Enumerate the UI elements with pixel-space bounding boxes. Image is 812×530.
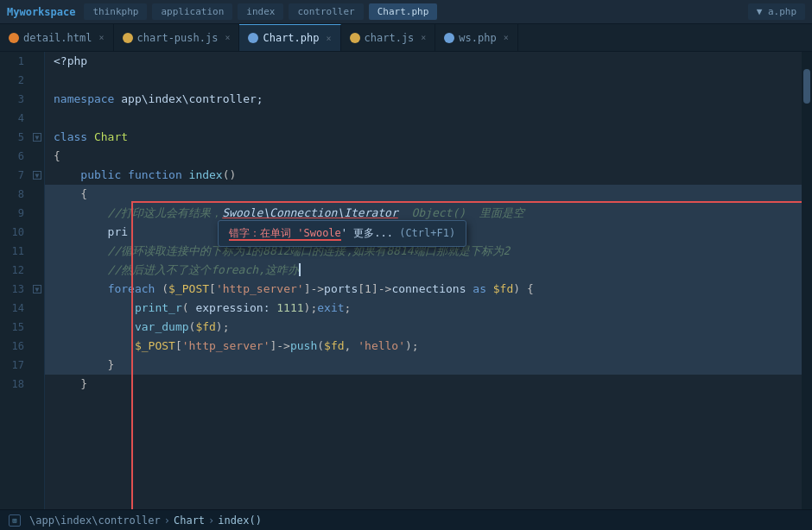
line-num-4: 4 [0,109,31,128]
kw-push: push [290,337,317,356]
kw-function: function [128,166,182,185]
nav-tab-index[interactable]: index [238,3,283,20]
editor-tabs: detail.html × chart-push.js × Chart.php … [0,24,812,52]
code-line-14: print_r ( expression: 1111 ); exit ; [45,299,802,318]
code-content[interactable]: <?php namespace app\index\controller; cl… [45,52,802,509]
var-fd-2: $fd [195,318,215,337]
status-icon: ⊞ [9,514,21,527]
number-1111: 1111 [276,299,303,318]
nav-tab-application[interactable]: application [152,3,232,20]
code-line-15: var_dump ( $fd ); [45,318,802,337]
fold-1 [31,52,43,71]
nav-tab-chart-php[interactable]: Chart.php [369,3,438,20]
kw-vardump: var_dump [135,318,189,337]
kw-print: print_r [135,299,182,318]
editor-main: 1 2 3 4 5▼ 6 7▼ 8 9 10 11 12 13▼ 14 15 1… [0,52,812,509]
line-num-16: 16 [0,337,31,356]
code-line-18: } [45,375,802,394]
kw-foreach: foreach [108,280,155,299]
code-line-13: foreach ( $_POST [ 'http_server' ]-> por… [45,280,802,299]
scrollbar[interactable] [802,52,812,509]
line-num-12: 12 [0,261,31,280]
tab-chart-js[interactable]: chart.js × [341,24,436,51]
line-num-15: 15 [0,318,31,337]
str-http-server-2: 'http_server' [182,337,270,356]
spell-tooltip[interactable]: 错字：在单词 'Swoole' 更多... (Ctrl+F1) [218,220,466,247]
line-gutter: 1 2 3 4 5▼ 6 7▼ 8 9 10 11 12 13▼ 14 15 1… [0,52,45,509]
tab-close-detail[interactable]: × [98,33,104,42]
nav-tab-controller[interactable]: controller [289,3,363,20]
str-hello: 'hello' [358,337,405,356]
code-line-7: public function index () [45,166,802,185]
workspace-title[interactable]: Myworkspace [7,6,75,18]
tab-detail-html[interactable]: detail.html × [0,24,114,51]
tab-close-chartjs[interactable]: × [421,33,426,42]
line-num-5: 5 [0,128,31,147]
code-line-1: <?php [45,52,802,71]
html-icon [9,33,19,43]
tab-close-ws[interactable]: × [504,33,509,42]
fold-13[interactable]: ▼ [31,280,43,299]
class-name: Chart [87,128,128,147]
tooltip-suffix: ' 更多... [341,227,399,239]
tab-close-chartpush[interactable]: × [225,33,230,42]
line-num-14: 14 [0,299,31,318]
title-bar: Myworkspace thinkphp application index c… [0,0,812,24]
status-bar: ⊞ \app\index\controller › Chart › index(… [0,509,812,530]
line-num-1: 1 [0,52,31,71]
js-icon-2 [350,33,360,43]
open-brace-1: { [54,147,60,166]
js-icon [123,33,133,43]
code-line-6: { [45,147,802,166]
file-badge[interactable]: ▼ a.php [748,3,805,20]
fold-7[interactable]: ▼ [31,166,43,185]
line-num-17: 17 [0,356,31,375]
var-post: $_POST [168,280,209,299]
tab-label: detail.html [23,32,92,44]
line-num-3: 3 [0,90,31,109]
line-num-13: 13 [0,280,31,299]
comment-3: //然后进入不了这个foreach,这咋办​ [54,261,301,280]
var-fd-3: $fd [324,337,344,356]
breadcrumb-path2: Chart [174,514,205,527]
tab-chart-php[interactable]: Chart.php × [239,24,340,51]
var-post-2: $_POST [135,337,175,356]
code-line-5: class Chart [45,128,802,147]
breadcrumb-sep1: › [164,514,170,527]
line-num-2: 2 [0,71,31,90]
line-num-11: 11 [0,242,31,261]
line-num-9: 9 [0,204,31,223]
code-line-3: namespace app\index\controller; [45,90,802,109]
nav-tab-thinkphp[interactable]: thinkphp [84,3,147,20]
tab-label: chart.js [365,32,415,44]
line-num-6: 6 [0,147,31,166]
php-open-tag: <?php [54,52,87,71]
code-line-2 [45,71,802,90]
tab-chart-push-js[interactable]: chart-push.js × [114,24,240,51]
tab-ws-php[interactable]: ws.php × [435,24,517,51]
line-num-7: 7 [0,166,31,185]
code-line-8: { [45,185,802,204]
line-num-10: 10 [0,223,31,242]
tab-label: chart-push.js [137,32,219,44]
kw-namespace: namespace [54,90,114,109]
code-line-12: //然后进入不了这个foreach,这咋办​ [45,261,802,280]
namespace-path: app\index\controller; [114,90,263,109]
tab-label-active: Chart.php [263,32,319,44]
tooltip-shortcut: (Ctrl+F1) [399,227,455,239]
kw-public: public [80,166,121,185]
fold-5[interactable]: ▼ [31,128,43,147]
var-fd: $fd [493,280,513,299]
scrollbar-thumb[interactable] [803,69,810,104]
tooltip-word: Swoole [303,227,340,241]
tab-label: ws.php [459,32,496,44]
breadcrumb-sep2: › [208,514,214,527]
tab-close-chart[interactable]: × [327,34,332,43]
line-num-18: 18 [0,375,31,394]
breadcrumb-path1: \app\index\controller [29,514,161,527]
code-line-17: } [45,356,802,375]
str-http-server: 'http_server' [216,280,304,299]
line-num-8: 8 [0,185,31,204]
php-icon-active [248,33,258,43]
code-line-4 [45,109,802,128]
